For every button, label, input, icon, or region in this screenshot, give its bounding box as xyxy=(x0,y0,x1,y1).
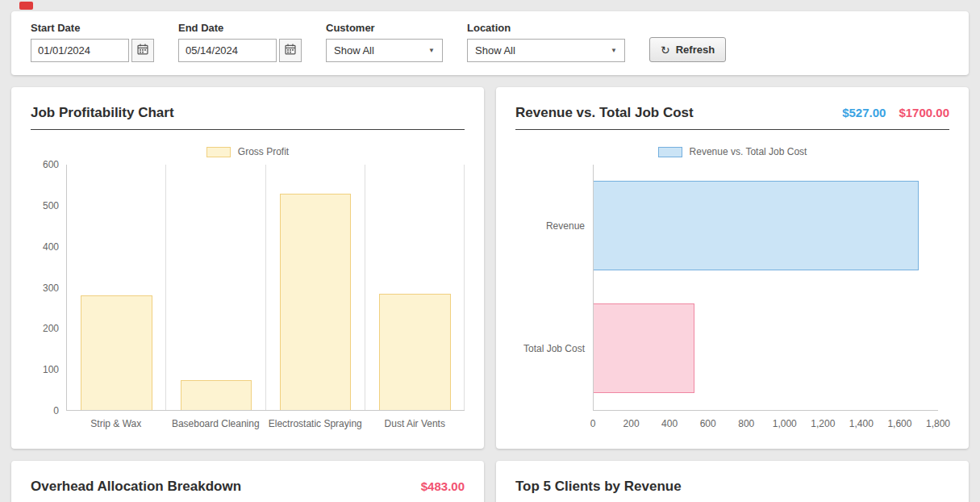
card-header: Revenue vs. Total Job Cost $527.00 $1700… xyxy=(515,102,949,130)
jp-legend-label: Gross Profit xyxy=(238,146,289,157)
start-date-label: Start Date xyxy=(31,22,154,34)
gross-profit-bar-electrostatic-spraying[interactable] xyxy=(280,194,352,410)
jp-legend[interactable]: Gross Profit xyxy=(31,146,465,157)
x-tick-label: 1,600 xyxy=(887,418,911,429)
filter-bar: Start Date xyxy=(11,11,969,75)
jp-legend-swatch xyxy=(206,147,231,157)
red-logo-fragment xyxy=(19,2,33,10)
gridline xyxy=(365,165,365,410)
x-tick-label: 800 xyxy=(738,418,754,429)
end-date-calendar-button[interactable] xyxy=(279,39,302,62)
x-tick-label: 600 xyxy=(700,418,716,429)
refresh-button[interactable]: ↻ Refresh xyxy=(649,37,726,62)
top-clients-title: Top 5 Clients by Revenue xyxy=(515,479,682,495)
start-date-group: Start Date xyxy=(31,22,154,62)
card-header: Overhead Allocation Breakdown $483.00 xyxy=(31,475,465,502)
x-tick-label: 1,200 xyxy=(811,418,835,429)
gross-profit-bar-baseboard-cleaning[interactable] xyxy=(181,380,252,410)
chevron-down-icon: ▼ xyxy=(611,47,617,54)
card-header: Top 5 Clients by Revenue xyxy=(515,475,949,502)
y-tick-label: 100 xyxy=(43,364,59,375)
jp-x-labels: Strip & WaxBaseboard CleaningElectrostat… xyxy=(66,418,465,429)
revenue-vs-cost-title: Revenue vs. Total Job Cost xyxy=(515,105,694,121)
revenue-vs-cost-card: Revenue vs. Total Job Cost $527.00 $1700… xyxy=(496,87,969,449)
refresh-label: Refresh xyxy=(676,44,715,56)
location-group: Location Show All ▼ xyxy=(467,22,625,62)
x-category-label: Strip & Wax xyxy=(66,418,166,429)
jp-y-axis: 0100200300400500600 xyxy=(31,165,66,411)
customer-group: Customer Show All ▼ xyxy=(326,22,443,62)
start-date-calendar-button[interactable] xyxy=(131,39,154,62)
card-header: Job Profitability Chart xyxy=(31,102,465,130)
x-category-label: Baseboard Cleaning xyxy=(166,418,266,429)
x-category-label: Electrostatic Spraying xyxy=(265,418,365,429)
gridline xyxy=(464,165,465,410)
category-label-total-job-cost: Total Job Cost xyxy=(523,343,585,354)
jp-chart: 0100200300400500600 xyxy=(31,165,465,411)
gross-profit-bar-dust-air-vents[interactable] xyxy=(379,294,451,410)
end-date-group: End Date xyxy=(178,22,302,62)
customer-select-value: Show All xyxy=(334,44,374,56)
rc-plot xyxy=(593,165,938,411)
x-tick-label: 200 xyxy=(623,418,640,429)
header-values: $527.00 $1700.00 xyxy=(842,106,949,119)
overhead-allocation-title: Overhead Allocation Breakdown xyxy=(31,479,241,495)
x-tick-label: 1,800 xyxy=(926,418,950,429)
customer-label: Customer xyxy=(326,22,443,34)
location-label: Location xyxy=(467,22,625,34)
end-date-input[interactable] xyxy=(178,39,277,62)
total-job-cost-bar[interactable] xyxy=(594,303,694,393)
job-profitability-title: Job Profitability Chart xyxy=(31,105,174,121)
top-clients-card: Top 5 Clients by Revenue xyxy=(496,461,969,502)
x-tick-label: 1,400 xyxy=(849,418,874,429)
rc-x-ticks: 02004006008001,0001,2001,4001,6001,800 xyxy=(593,418,938,431)
x-tick-label: 1,000 xyxy=(773,418,797,429)
x-tick-label: 400 xyxy=(661,418,678,429)
revenue-bar[interactable] xyxy=(594,181,919,270)
jp-plot xyxy=(66,165,465,411)
calendar-icon xyxy=(137,44,148,57)
location-select-value: Show All xyxy=(475,44,515,56)
y-tick-label: 500 xyxy=(43,200,59,211)
chevron-down-icon: ▼ xyxy=(428,47,435,54)
x-tick-label: 0 xyxy=(590,418,596,429)
rc-category-labels: RevenueTotal Job Cost xyxy=(515,165,593,411)
x-category-label: Dust Air Vents xyxy=(365,418,465,429)
category-label-revenue: Revenue xyxy=(546,220,585,232)
location-select[interactable]: Show All ▼ xyxy=(467,39,625,62)
y-tick-label: 600 xyxy=(43,159,59,170)
dashboard-page: Start Date xyxy=(0,0,980,502)
end-date-label: End Date xyxy=(178,22,302,34)
y-tick-label: 300 xyxy=(43,282,59,294)
calendar-icon xyxy=(285,44,296,57)
refresh-icon: ↻ xyxy=(661,44,670,56)
overhead-allocation-card: Overhead Allocation Breakdown $483.00 xyxy=(11,461,484,502)
y-tick-label: 200 xyxy=(43,323,59,334)
y-tick-label: 0 xyxy=(53,405,59,416)
rc-legend[interactable]: Revenue vs. Total Job Cost xyxy=(515,146,949,157)
customer-select[interactable]: Show All ▼ xyxy=(326,39,443,62)
revenue-vs-cost-pink-value: $1700.00 xyxy=(899,106,949,119)
revenue-vs-cost-blue-value: $527.00 xyxy=(842,106,886,119)
gross-profit-bar-strip-wax[interactable] xyxy=(81,295,152,410)
gridline xyxy=(165,165,166,410)
gridline xyxy=(265,165,266,410)
overhead-allocation-value: $483.00 xyxy=(421,479,465,493)
start-date-input[interactable] xyxy=(31,39,129,62)
y-tick-label: 400 xyxy=(43,241,59,253)
rc-legend-label: Revenue vs. Total Job Cost xyxy=(690,146,807,157)
job-profitability-card: Job Profitability Chart Gross Profit 010… xyxy=(11,87,484,449)
rc-chart: RevenueTotal Job Cost xyxy=(515,165,938,411)
rc-legend-swatch xyxy=(658,147,682,157)
